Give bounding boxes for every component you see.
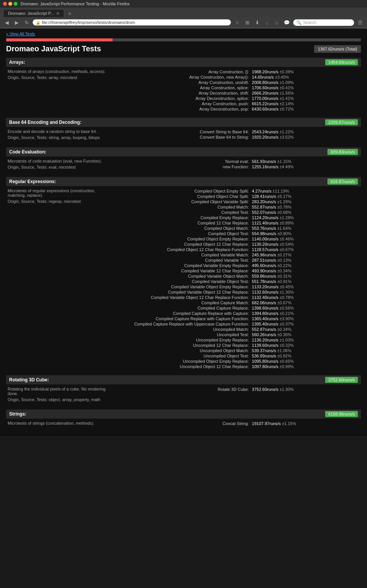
minimize-button[interactable] [8,2,12,6]
metric-row: Compiled Object Match: 553.76runs/s ±1.6… [117,226,359,231]
metric-label: Compiled Test: [117,210,250,215]
metric-row: Array Deconstruction, splice: 1770.00run… [117,96,359,101]
metric-row: Uncompiled Object Match: 539.37runs/s ±1… [117,348,359,353]
metric-value: 1920.20runs/s ±3.52% [250,134,359,140]
download-icon[interactable]: ↓ [263,20,271,25]
metric-label: Uncompiled Object Empty Replace: [117,359,250,364]
metric-value: 6430.60runs/s ±0.72% [250,106,359,112]
metric-value: 553.76runs/s ±1.64% [250,226,359,231]
metric-label: Compiled Match: [117,204,250,210]
home-icon[interactable]: ⌂ [273,20,281,25]
toolbar-icons: ☆ ⊞ ⬇ ↓ ⌂ 💬 [233,20,291,25]
section-body-cube3d: Rotating the individual pixels of a cube… [6,387,361,403]
section-body-base64: Encode and decode a random string to bas… [6,129,361,141]
metric-row: Compiled Variable Match: 245.96runs/s ±0… [117,252,359,258]
section-left-base64: Encode and decode a random string to bas… [8,129,114,141]
metric-label: Compiled Variable Empty Replace: [117,263,250,268]
reload-button[interactable]: ↻ [23,19,30,26]
forward-button[interactable]: ▶ [13,19,21,26]
pocket-icon[interactable]: ⬇ [253,20,261,25]
section-score: 1454.69runs/s [325,59,358,65]
section-strings: Strings: 6158.96runs/s Microtests of str… [6,409,361,427]
metric-value: 560.26runs/s ±0.30% [250,332,359,337]
section-desc: Microtests of arrays (construction, meth… [8,69,114,74]
new-tab-button[interactable]: + [65,10,75,17]
view-all-link[interactable]: « View All Tests [6,32,361,36]
reader-icon[interactable]: ⊞ [243,20,251,25]
close-button[interactable] [3,2,7,6]
maximize-button[interactable] [14,2,17,6]
search-bar[interactable]: 🔍 Search [293,19,354,26]
metric-label: Compiled Capture Replace with Uppercase … [117,321,250,327]
metrics-table-base64: Convert String to Base 64: 2543.24runs/s… [117,129,359,140]
section-score: 6158.96runs/s [325,411,358,417]
metric-label: Compiled Variable Match: [117,252,250,258]
page-content: « View All Tests Dromaeo JavaScript Test… [0,28,367,436]
metric-value: 2008.80runs/s ±1.09% [250,80,359,85]
section-title: Base 64 Encoding and Decoding: [9,120,81,125]
metric-value: 1706.60runs/s ±0.41% [250,85,359,90]
section-links: Origin, Source, Tests: array, microtest [8,75,114,80]
section-right-regexp: Compiled Object Empty Split: 4.27runs/s … [117,188,359,369]
metric-row: Compiled Variable 12 Char Replace: 493.9… [117,268,359,273]
metric-row: Compiled Variable Object 12 Char Replace… [117,295,359,300]
metric-value: 4.27runs/s ±11.19% [250,188,359,194]
metric-row: Compiled Empty Replace: 1124.20runs/s ±1… [117,215,359,220]
metric-label: Compiled Object Variable Split: [117,199,250,204]
metric-value: 1394.80runs/s ±0.21% [250,311,359,316]
metric-value: 1988.20runs/s ±0.39% [250,69,359,74]
metric-value: 245.96runs/s ±0.27% [250,252,359,258]
section-title: Regular Expressions: [9,179,56,184]
chat-icon[interactable]: 💬 [283,20,291,25]
metric-row: Convert String to Base 64: 2543.24runs/s… [117,129,359,134]
metric-row: Compiled Match: 552.87runs/s ±0.78% [117,204,359,210]
section-left-arrays: Microtests of arrays (construction, meth… [8,69,114,112]
metric-label: new Function: [117,164,250,169]
address-bar[interactable]: 🔒 file:///home/ajeffrey/tmp/servo/tests/… [33,19,231,25]
traffic-lights [3,2,17,6]
metric-row: Uncompiled Match: 552.87runs/s ±0.34% [117,327,359,332]
metric-value: 287.51runs/s ±0.13% [250,258,359,263]
section-desc: Encode and decode a random string to bas… [8,129,114,134]
metric-value: 493.90runs/s ±0.34% [250,268,359,273]
metric-row: Array Construction, []: 1988.20runs/s ±0… [117,69,359,74]
metric-row: Compiled Test: 552.07runs/s ±0.68% [117,210,359,215]
tab-label: Dromaeo: JavaScript P... [8,11,54,16]
metric-value: 1133.20runs/s ±0.45% [250,284,359,289]
metric-row: Array Construction, splice: 1706.60runs/… [117,85,359,90]
metric-value: 561.93runs/s ±1.15% [250,159,359,164]
active-tab[interactable]: Dromaeo: JavaScript P... ✕ [3,9,64,17]
section-left-code-eval: Microtests of code evaluation (eval, new… [8,159,114,171]
metric-label: Uncompiled Match: [117,327,250,332]
metric-row: Uncompiled Object 12 Char Replace: 1097.… [117,364,359,369]
section-content-strings: Microtests of strings (concatenation, me… [8,421,359,427]
section-header-regexp: Regular Expressions: 616.87runs/s [6,177,361,186]
metric-row: Compiled Variable Object 12 Char Replace… [117,289,359,295]
section-score: 839.83runs/s [327,149,358,155]
section-body-strings: Microtests of strings (concatenation, me… [6,421,361,427]
metric-label: Uncompiled Object Match: [117,348,250,353]
metric-value: 1140.00runs/s ±0.46% [250,236,359,242]
back-button[interactable]: ◀ [3,19,11,26]
metric-label: Compiled Variable Test: [117,258,250,263]
section-right-cube3d: Rotate 3D Cube: 3752.60runs/s ±1.30% [117,387,359,403]
metric-label: Array Deconstruction, shift: [117,90,250,96]
section-cube3d: Rotating 3D Cube: 3752.60runs/s Rotating… [6,375,361,403]
metric-label: Uncompiled 12 Char Replace: [117,343,250,348]
nav-bar: ◀ ▶ ↻ 🔒 file:///home/ajeffrey/tmp/servo/… [0,17,367,28]
metrics-table-code-eval: Normal eval: 561.93runs/s ±1.15% new Fun… [117,159,359,169]
metric-label: Compiled Variable Object 12 Char Replace… [117,295,250,300]
metric-label: Uncompiled Test: [117,332,250,337]
tab-close-icon[interactable]: ✕ [56,11,59,16]
metric-value: 1136.20runs/s ±1.03% [250,337,359,343]
bookmark-icon[interactable]: ☆ [233,20,241,25]
metric-row: Uncompiled Empty Replace: 1136.20runs/s … [117,337,359,343]
metric-row: Normal eval: 561.93runs/s ±1.15% [117,159,359,164]
menu-button[interactable]: ☰ [356,19,364,26]
metric-label: Array Deconstruction, splice: [117,96,250,101]
metric-row: Compiled Variable Object Match: 559.86ru… [117,273,359,279]
section-links: Origin, Source, Tests: string, array, lo… [8,135,114,140]
section-header-strings: Strings: 6158.96runs/s [6,409,361,419]
section-right-strings: Concat String: 19107.97runs/s ±1.15% [117,421,359,427]
metric-value: 552.87runs/s ±0.34% [250,327,359,332]
